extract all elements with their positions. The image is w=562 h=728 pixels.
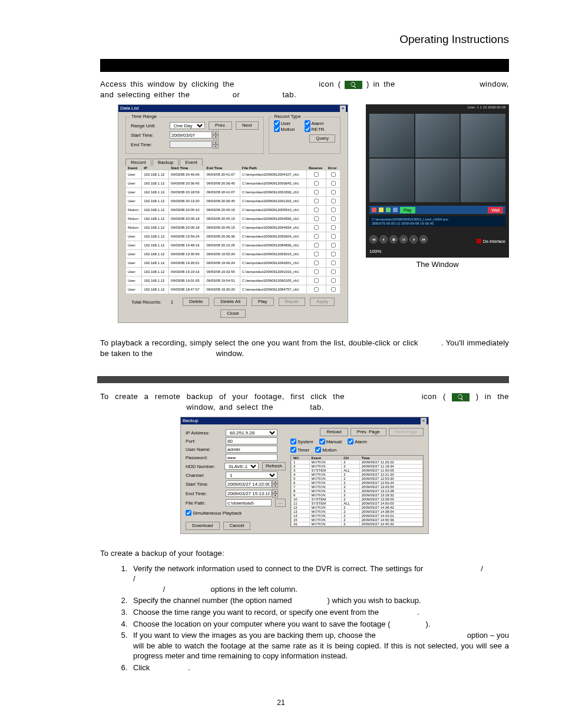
reload-button[interactable]: Reload [320, 428, 348, 436]
layout4-icon[interactable] [386, 207, 391, 212]
user-checkbox[interactable] [274, 120, 280, 126]
video-tile[interactable] [415, 114, 460, 157]
apply-button: Apply [310, 298, 335, 306]
table-row[interactable]: 12MOTION22009/03/27 14:38:42 [292, 506, 423, 510]
table-row[interactable]: User192.168.1.1209/03/08 20:13:2009/03/0… [126, 197, 340, 206]
balarm-checkbox[interactable] [348, 439, 353, 444]
system-checkbox[interactable] [290, 439, 296, 444]
table-row[interactable]: User192.168.1.1209/03/08 19:59:2409/03/0… [126, 232, 340, 241]
video-tile[interactable] [369, 114, 414, 157]
table-row[interactable]: 4MOTION22009/03/27 12:21:20 [292, 473, 423, 477]
channel-select[interactable]: 1 [226, 472, 277, 479]
table-row[interactable]: 2MOTION22009/03/27 11:18:34 [292, 465, 423, 469]
table-row[interactable]: 5MOTION22009/03/27 12:53:30 [292, 477, 423, 481]
table-row[interactable]: 13MOTION22009/03/27 14:38:54 [292, 510, 423, 514]
stepfwd-button[interactable] [409, 235, 418, 243]
manual-checkbox[interactable] [319, 439, 325, 444]
simplay-checkbox[interactable] [186, 510, 191, 516]
prev-button[interactable]: Prev. [209, 121, 232, 130]
table-row[interactable]: 6MOTION22009/03/27 12:56:24 [292, 481, 423, 485]
bend-input[interactable] [226, 490, 272, 497]
tab-record[interactable]: Record [125, 159, 151, 166]
record-table[interactable]: EventIPStart TimeEnd TimeFile PathReserv… [125, 166, 340, 294]
s1e: options in the left column. [210, 585, 297, 594]
table-row[interactable]: 7MOTION22009/03/27 13:03:50 [292, 485, 423, 489]
query-button[interactable]: Query [309, 134, 335, 143]
download-button[interactable]: Download [186, 522, 220, 530]
refresh-button[interactable]: Refresh [262, 462, 286, 470]
retr-checkbox[interactable] [305, 126, 310, 132]
s3a: Choose the time range you want to record… [133, 608, 379, 617]
play-indicator: Play [400, 207, 415, 213]
event-table[interactable]: NO.EventCHTime 1MOTION22009/03/27 11:26:… [291, 456, 423, 527]
table-row[interactable]: User192.168.1.1209/03/08 19:01:0509/03/0… [126, 276, 340, 285]
steps-intro: To create a backup of your footage: [100, 548, 509, 559]
fastfwd-button[interactable] [419, 235, 428, 243]
table-row[interactable]: User192.168.1.1209/03/08 19:19:1609/03/0… [126, 268, 340, 276]
table-row[interactable]: 11SYSTEMALL2009/03/27 14:00:00 [292, 502, 423, 506]
table-row[interactable]: 15MOTION22009/03/27 14:50:36 [292, 518, 423, 522]
stepback-button[interactable] [379, 235, 388, 243]
table-row[interactable]: 16MOTION22009/03/27 14:45:32 [292, 522, 423, 526]
table-row[interactable]: 9MOTION22009/03/27 13:18:32 [292, 493, 423, 498]
user-input[interactable] [226, 446, 277, 453]
delete-button[interactable]: Delete [183, 298, 209, 306]
table-row[interactable]: User192.168.1.1209/03/08 20:36:4509/03/0… [126, 179, 340, 188]
video-tile[interactable] [415, 159, 460, 202]
alarm-checkbox[interactable] [305, 120, 310, 126]
table-row[interactable]: 10SYSTEM22009/03/27 13:58:00 [292, 498, 423, 502]
table-row[interactable]: 8MOTION22009/03/27 13:13:28 [292, 489, 423, 493]
table-row[interactable]: 17MOTION22009/03/27 14:48:52 [292, 526, 423, 528]
close-icon[interactable]: × [421, 418, 427, 424]
next-button[interactable]: Next [236, 121, 258, 130]
table-row[interactable]: User192.168.1.1209/03/08 19:48:1609/03/0… [126, 241, 340, 250]
close-button[interactable]: Close [220, 309, 245, 318]
port-input[interactable] [226, 437, 277, 444]
backup-title: Backup [183, 417, 199, 424]
timer-checkbox[interactable] [290, 447, 296, 453]
snapshot-icon[interactable] [372, 207, 376, 212]
ip-select[interactable]: 60.251.5.28 [226, 429, 277, 436]
table-row[interactable]: Motion192.168.1.1209/03/08 20:00:1809/03… [126, 223, 340, 232]
pause-button[interactable] [399, 235, 408, 243]
deinterlace-option[interactable]: De-Interlace [477, 239, 505, 243]
table-row[interactable]: User192.168.1.1209/03/08 20:46:0909/03/0… [126, 170, 340, 179]
file-input[interactable] [226, 499, 272, 506]
start-time-label: Start Time: [131, 133, 166, 138]
table-row[interactable]: User192.168.1.1209/03/08 19:30:5909/03/0… [126, 250, 340, 259]
table-row[interactable]: User192.168.1.1209/03/08 20:18:5909/03/0… [126, 188, 340, 197]
table-row[interactable]: 3SYSTEMALL2009/03/27 11:00:05 [292, 469, 423, 473]
table-row[interactable]: 14MOTION22009/03/27 14:42:01 [292, 514, 423, 518]
table-row[interactable]: User192.168.1.1209/03/08 18:47:5709/03/0… [126, 285, 340, 294]
range-unit-select[interactable]: One Day [170, 122, 205, 129]
table-row[interactable]: Motion192.168.1.1209/03/08 20:05:1009/03… [126, 206, 340, 215]
config-icon[interactable] [379, 207, 384, 212]
prevpage-button[interactable]: Prev. Page [351, 428, 386, 436]
tab-event[interactable]: Event [180, 159, 202, 166]
table-row[interactable]: 1MOTION22009/03/27 11:26:22 [292, 460, 423, 465]
layout9-icon[interactable] [393, 207, 398, 212]
deleteall-button[interactable]: Delete All [214, 298, 247, 306]
bmotion-checkbox[interactable] [315, 447, 321, 453]
close-icon[interactable]: × [340, 106, 346, 112]
bstart-input[interactable] [226, 480, 272, 487]
steps-list: Verify the network information used to c… [100, 564, 509, 673]
video-tile[interactable] [369, 159, 414, 202]
intro-tab: tab. [283, 90, 297, 99]
cancel-button[interactable]: Cancel [223, 522, 251, 530]
play-button[interactable]: Play [252, 298, 274, 306]
tab-backup[interactable]: Backup [153, 159, 179, 166]
video-tile[interactable] [461, 114, 505, 157]
browse-button[interactable]: … [275, 499, 286, 507]
start-time-input[interactable] [170, 131, 212, 139]
table-row[interactable]: Motion192.168.1.1209/03/08 20:00:1809/03… [126, 215, 340, 223]
video-tile[interactable] [461, 159, 505, 202]
stop-button[interactable] [389, 235, 398, 243]
table-row[interactable]: User192.168.1.1209/03/08 19:26:5109/03/0… [126, 259, 340, 268]
player-column: User: 1 1 10 2008.09.08 P [366, 104, 509, 323]
hdd-select[interactable]: SLAVE-1 [224, 463, 259, 470]
motion-checkbox[interactable] [274, 126, 280, 132]
pass-input[interactable] [226, 454, 277, 461]
rewind-button[interactable] [369, 235, 378, 243]
svg-rect-2 [404, 238, 405, 241]
